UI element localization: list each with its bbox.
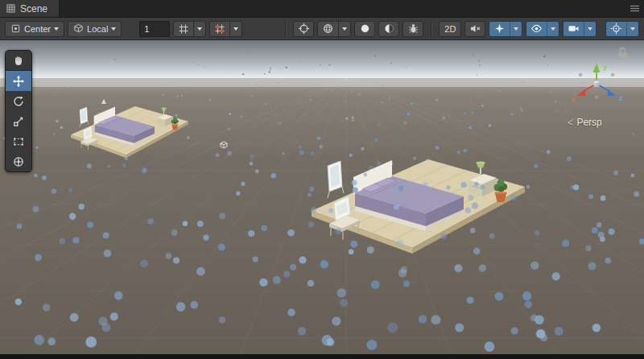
debug-bug-toggle[interactable] (402, 21, 423, 37)
snap-settings-icon (214, 23, 225, 35)
axis-z-label: z (619, 94, 623, 102)
tab-scene[interactable]: Scene (0, 0, 60, 17)
axis-neg-x-handle[interactable] (611, 73, 615, 77)
rotation-mode-label: Local (87, 24, 108, 34)
2d-toggle[interactable]: 2D (439, 21, 461, 37)
audio-toggle[interactable] (464, 21, 485, 37)
gizmos-arrow[interactable] (626, 22, 638, 36)
chevron-down-icon (630, 27, 635, 31)
shading-mode-dropdown[interactable] (317, 21, 351, 37)
effects-main[interactable] (489, 22, 510, 36)
scene-toolbar: Center Local (0, 18, 644, 40)
visibility-main[interactable] (526, 22, 547, 36)
tool-rotate[interactable] (6, 91, 31, 111)
pivot-mode-dropdown[interactable]: Center (5, 21, 64, 37)
tab-label: Scene (20, 3, 47, 14)
grid-snap-dropdown[interactable] (193, 22, 205, 36)
chevron-down-icon (588, 27, 592, 31)
crosshair-circle-icon (298, 23, 310, 35)
toolbar-separator (285, 23, 286, 35)
local-cube-icon (73, 23, 84, 34)
axis-neg-y-handle[interactable] (595, 96, 599, 100)
gizmo-target-icon (610, 23, 622, 35)
bug-icon (407, 23, 419, 35)
white-sphere-toggle[interactable] (354, 21, 375, 37)
chevron-down-icon (197, 27, 202, 31)
effects-dropdown[interactable] (489, 21, 522, 37)
grid-snap-main[interactable] (174, 22, 193, 36)
scene-viewport[interactable]: y x z < Persp (0, 40, 644, 354)
effects-star-icon (493, 23, 506, 35)
snap-settings-button[interactable] (209, 21, 242, 37)
crosshair-toggle[interactable] (293, 21, 314, 37)
tool-palette (5, 50, 32, 172)
grid-snap-icon (178, 23, 189, 35)
visibility-arrow[interactable] (547, 22, 559, 36)
transform-icon (12, 155, 25, 168)
snap-increment-input[interactable] (139, 21, 170, 37)
tool-scale[interactable] (6, 111, 31, 131)
axis-y-label: y (603, 63, 607, 71)
filled-sphere-icon (359, 23, 371, 35)
chevron-down-icon (342, 27, 347, 31)
shaded-sphere-icon (322, 23, 334, 35)
snap-settings-main[interactable] (210, 22, 229, 36)
rect-tool-icon (12, 135, 25, 148)
tool-hand[interactable] (6, 51, 31, 71)
pivot-center-icon (10, 23, 21, 34)
axis-neg-z-handle[interactable] (579, 73, 583, 77)
persp-arrow: < (568, 118, 572, 127)
scene-grid-icon (6, 4, 15, 13)
tool-transform[interactable] (6, 151, 31, 171)
axis-x-label: x (571, 95, 575, 103)
toolbar-separator (431, 23, 431, 35)
rotate-icon (12, 95, 25, 108)
moon-icon (383, 23, 395, 35)
chevron-down-icon (54, 27, 59, 31)
chevron-down-icon (233, 27, 238, 31)
move-icon (12, 75, 25, 88)
shading-mode-main[interactable] (318, 22, 338, 36)
projection-toggle[interactable]: < Persp (568, 117, 602, 128)
scene-lighting-toggle[interactable] (378, 21, 399, 37)
camera-icon (568, 23, 580, 35)
tool-rect[interactable] (6, 131, 31, 151)
eye-icon (530, 23, 543, 35)
hand-icon (12, 54, 25, 67)
gizmos-dropdown[interactable] (605, 21, 639, 37)
rotation-mode-dropdown[interactable]: Local (68, 21, 122, 37)
tab-options-button[interactable] (625, 0, 644, 17)
grid-snap-button[interactable] (173, 21, 206, 37)
shading-mode-arrow[interactable] (338, 22, 350, 36)
horizon-haze (0, 76, 644, 87)
persp-label: Persp (576, 117, 601, 128)
chevron-down-icon (514, 27, 518, 31)
camera-arrow[interactable] (584, 22, 596, 36)
sky (0, 40, 644, 80)
unity-scene-window: Scene Center Local (0, 0, 644, 359)
effects-arrow[interactable] (510, 22, 522, 36)
scene-render[interactable]: y x z (0, 40, 644, 354)
snap-settings-dropdown[interactable] (229, 22, 242, 36)
pivot-mode-label: Center (24, 24, 51, 34)
tab-bar: Scene (0, 0, 644, 18)
chevron-down-icon (551, 27, 555, 31)
2d-label: 2D (444, 24, 456, 34)
scale-icon (12, 115, 25, 128)
tool-move[interactable] (6, 71, 31, 91)
speaker-muted-icon (469, 23, 481, 35)
chevron-down-icon (111, 27, 116, 31)
visibility-dropdown[interactable] (526, 21, 559, 37)
camera-main[interactable] (564, 22, 584, 36)
window-bottom-edge (0, 354, 644, 359)
camera-dropdown[interactable] (563, 21, 597, 37)
tabbar-spacer (60, 0, 625, 17)
gizmos-main[interactable] (606, 22, 626, 36)
menu-lines-icon (630, 5, 639, 12)
